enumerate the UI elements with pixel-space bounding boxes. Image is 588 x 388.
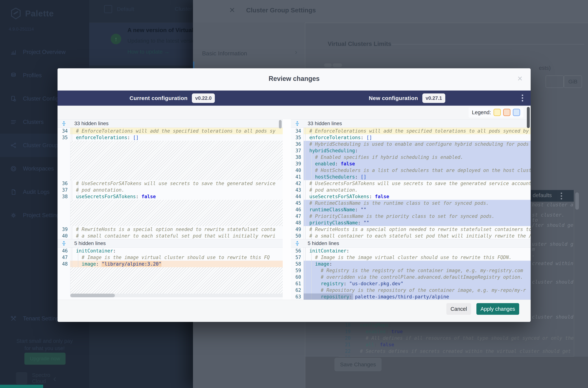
left-pane-scrollbar[interactable] bbox=[279, 120, 282, 128]
line-number: 47 bbox=[291, 213, 304, 219]
unfold-lines-icon bbox=[294, 121, 300, 126]
code-line-37: 37 # pod annotation. bbox=[58, 187, 283, 193]
hidden-lines-expander[interactable]: 5 hidden lines bbox=[58, 239, 283, 247]
memory-input[interactable] bbox=[545, 75, 564, 88]
project-scope[interactable]: Default bbox=[104, 5, 134, 13]
code-line-36: 36 # UseSecretsForSATokens will use secr… bbox=[58, 180, 283, 187]
code-fragment: created within t bbox=[532, 261, 573, 266]
kebab-menu-icon[interactable] bbox=[561, 193, 562, 199]
divider bbox=[391, 44, 584, 45]
right-pane-scrollbar[interactable] bbox=[527, 107, 530, 128]
save-changes-button[interactable]: Save Changes bbox=[335, 358, 381, 371]
line-number: 42 bbox=[291, 180, 304, 187]
line-number: 46 bbox=[58, 247, 70, 254]
line-number: 38 bbox=[291, 154, 304, 161]
new-config-header: New configuration v0.27.1 bbox=[294, 91, 520, 106]
code-line-47: 47 # Image is the image virtual cluster … bbox=[58, 254, 283, 261]
legend-removed-swatch bbox=[503, 109, 510, 116]
line-number: 59 bbox=[291, 267, 304, 274]
yaml-editor-dimmed: 18 configMaps:19 enabled: true20 # All d… bbox=[339, 322, 573, 356]
line-number: 37 bbox=[58, 187, 70, 193]
code-line-45: 45 # RuntimeClassName is the runtime cla… bbox=[291, 200, 531, 206]
modal-title: Review changes bbox=[58, 75, 531, 82]
code-line-47: 47 # PriorityClassName is the priority c… bbox=[291, 213, 531, 219]
code-line-62: 62 # Repository is the repository of the… bbox=[291, 287, 531, 293]
line-number: 58 bbox=[291, 261, 304, 267]
upsell-text: Start small and only pay for what you us… bbox=[0, 337, 89, 352]
legend-modified-swatch bbox=[494, 109, 501, 116]
upgrade-now-button[interactable]: Upgrade now bbox=[24, 353, 66, 365]
nodes-icon bbox=[10, 142, 17, 149]
line-number: 41 bbox=[291, 174, 304, 180]
code-line-38: 38 # Enabled specifies if hybrid schedul… bbox=[291, 154, 531, 161]
how-to-update-link[interactable]: How to update → bbox=[127, 49, 170, 55]
code-line-41: 41 hostSchedulers: [] bbox=[291, 174, 531, 180]
hidden-diff-region bbox=[70, 267, 283, 294]
sidebar-item-project-overview[interactable]: Project Overview bbox=[0, 40, 89, 64]
bg-code-line-19: 19 enabled: true bbox=[339, 328, 573, 335]
clipped-row-overlay bbox=[304, 293, 353, 300]
hidden-lines-label: 33 hidden lines bbox=[308, 121, 342, 126]
cancel-button[interactable]: Cancel bbox=[446, 303, 471, 315]
gear-icon bbox=[10, 212, 17, 218]
memory-label-fragment: ests) bbox=[539, 65, 551, 71]
line-number: 57 bbox=[291, 254, 304, 261]
close-icon[interactable]: × bbox=[517, 73, 522, 83]
revert-defaults-label[interactable]: defaults bbox=[533, 192, 552, 198]
code-line-35: 35 enforceTolerations: [] bbox=[58, 134, 283, 141]
hidden-diff-region bbox=[70, 200, 283, 226]
kebab-menu-icon[interactable] bbox=[522, 95, 523, 101]
code-line-40: 40 # HostSchedulers is a list of schedul… bbox=[291, 167, 531, 174]
line-number: 49 bbox=[291, 226, 304, 233]
hidden-lines-expander[interactable]: 33 hidden lines bbox=[58, 119, 283, 128]
code-line-37: 37 hybridScheduling: bbox=[291, 147, 531, 154]
chart-icon bbox=[10, 49, 17, 55]
palette-logo: Palette bbox=[11, 8, 54, 19]
bg-code-line-18: 18 configMaps: bbox=[339, 322, 573, 328]
tools-icon bbox=[10, 315, 17, 322]
line-number: 61 bbox=[291, 280, 304, 287]
code-line-48: 48 image: "library/alpine:3.20" bbox=[58, 261, 283, 267]
screen: Palette 4.9.0-251114 Project OverviewPro… bbox=[0, 0, 588, 388]
code-line-38: 38 useSecretsForSATokens: false bbox=[58, 193, 283, 200]
hidden-lines-expander[interactable]: 33 hidden lines bbox=[291, 119, 531, 128]
code-line-60: 60 # overridden via the controlPlane.adv… bbox=[291, 274, 531, 280]
unfold-lines-icon bbox=[61, 241, 67, 246]
new-config-label: New configuration bbox=[369, 95, 418, 101]
code-line-40: 40 # a small container to each stateful … bbox=[58, 233, 283, 239]
scrollbar-thumb[interactable] bbox=[70, 294, 115, 297]
code-line-35: 35 enforceTolerations: [] bbox=[291, 134, 531, 141]
current-config-header: Current configuration v0.22.0 bbox=[58, 91, 287, 106]
line-number: 39 bbox=[58, 226, 70, 233]
code-line-58: 58 image: bbox=[291, 261, 531, 267]
current-config-pane: 33 hidden lines34 # EnforceTolerations w… bbox=[58, 119, 283, 300]
sheet-header: × Cluster Group Settings bbox=[193, 0, 588, 23]
code-fragment: /ter should get bbox=[532, 222, 573, 228]
code-line-59: 59 # Registry is the registry of the con… bbox=[291, 267, 531, 274]
spectro-cloud-icon bbox=[16, 372, 27, 384]
code-fragment: . bbox=[532, 252, 573, 257]
legend: Legend: bbox=[469, 107, 523, 118]
close-icon[interactable]: × bbox=[229, 4, 235, 15]
upgrade-arrow-icon: ↑ bbox=[111, 34, 121, 44]
code-fragment: cluster should bbox=[532, 279, 573, 285]
target-icon bbox=[10, 165, 17, 172]
modal-header: Review changes × bbox=[58, 68, 531, 91]
sheet-nav-basic-information[interactable]: Basic Information bbox=[202, 50, 247, 57]
horizontal-scrollbar[interactable] bbox=[70, 294, 283, 297]
code-line-48: 48 priorityClassName: "" bbox=[291, 219, 531, 226]
version-banner: ↑ A new version of Virtual Clust Updatin… bbox=[89, 23, 193, 66]
current-config-label: Current configuration bbox=[130, 95, 188, 101]
hidden-lines-expander[interactable]: 5 hidden lines bbox=[291, 239, 531, 247]
app-version: 4.9.0-251114 bbox=[9, 26, 34, 32]
palette-logo-icon bbox=[11, 8, 21, 19]
line-number: 38 bbox=[58, 193, 70, 200]
chevron-left-icon[interactable]: ‹ bbox=[53, 373, 56, 384]
list-icon bbox=[10, 119, 17, 125]
line-number: 37 bbox=[291, 147, 304, 154]
line-number: 44 bbox=[291, 193, 304, 200]
code-line-49: 49 # RewriteHosts is a special option ne… bbox=[291, 226, 531, 233]
editor-scrollbar[interactable] bbox=[575, 192, 579, 210]
apply-changes-button[interactable]: Apply changes bbox=[476, 303, 519, 315]
line-number: 39 bbox=[291, 161, 304, 167]
